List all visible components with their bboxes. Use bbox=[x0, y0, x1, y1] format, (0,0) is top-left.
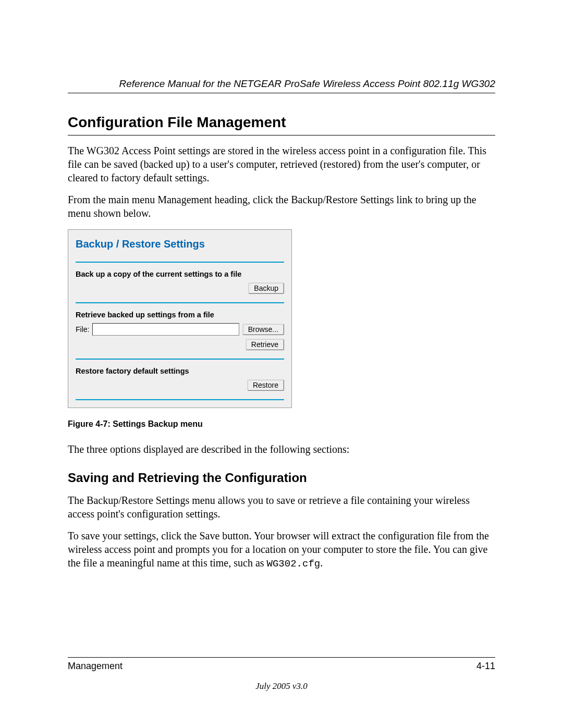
restore-group: Restore factory default settings Restore bbox=[76, 360, 284, 400]
page-footer: Management 4-11 July 2005 v3.0 bbox=[68, 657, 495, 692]
backup-group: Back up a copy of the current settings t… bbox=[76, 263, 284, 303]
file-field-label: File: bbox=[76, 325, 89, 334]
footer-version-date: July 2005 v3.0 bbox=[68, 681, 495, 692]
footer-section-name: Management bbox=[68, 661, 123, 672]
browse-button[interactable]: Browse... bbox=[242, 324, 284, 335]
backup-button[interactable]: Backup bbox=[248, 282, 284, 294]
backup-label: Back up a copy of the current settings t… bbox=[76, 270, 284, 278]
panel-title: Backup / Restore Settings bbox=[76, 235, 284, 263]
section-heading-config-file-mgmt: Configuration File Management bbox=[68, 114, 495, 135]
running-header: Reference Manual for the NETGEAR ProSafe… bbox=[68, 78, 495, 93]
restore-label: Restore factory default settings bbox=[76, 367, 284, 375]
file-path-input[interactable] bbox=[92, 323, 239, 336]
retrieve-group: Retrieve backed up settings from a file … bbox=[76, 303, 284, 360]
body-paragraph: From the main menu Management heading, c… bbox=[68, 193, 495, 220]
body-paragraph: The Backup/Restore Settings menu allows … bbox=[68, 493, 495, 521]
retrieve-button[interactable]: Retrieve bbox=[246, 339, 284, 350]
retrieve-label: Retrieve backed up settings from a file bbox=[76, 311, 284, 319]
footer-page-number: 4-11 bbox=[476, 661, 495, 672]
embedded-screenshot-panel: Backup / Restore Settings Back up a copy… bbox=[68, 229, 292, 408]
inline-code: WG302.cfg bbox=[267, 558, 321, 570]
body-text-run: . bbox=[320, 557, 323, 569]
body-paragraph: The three options displayed are describe… bbox=[68, 442, 495, 456]
document-page: Reference Manual for the NETGEAR ProSafe… bbox=[0, 0, 563, 728]
body-paragraph: To save your settings, click the Save bu… bbox=[68, 529, 495, 571]
body-paragraph: The WG302 Access Point settings are stor… bbox=[68, 144, 495, 184]
restore-button[interactable]: Restore bbox=[247, 379, 284, 391]
section-heading-saving-retrieving: Saving and Retrieving the Configuration bbox=[68, 471, 495, 485]
figure-caption: Figure 4-7: Settings Backup menu bbox=[68, 419, 495, 429]
